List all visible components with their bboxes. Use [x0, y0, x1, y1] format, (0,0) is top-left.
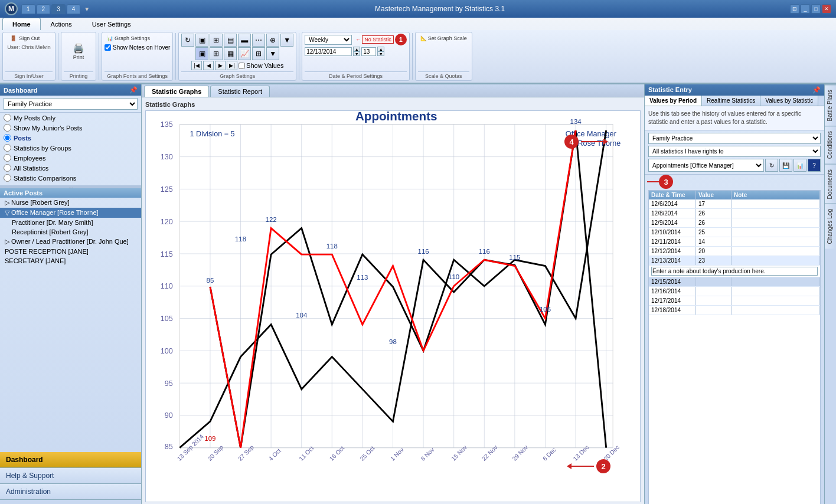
sidebar: Dashboard 📌 Family Practice My Posts Onl… — [0, 84, 142, 504]
ribbon-tabs: Home Actions User Settings — [0, 18, 836, 30]
table-row[interactable]: 12/9/2014 26 — [649, 218, 820, 228]
help-support-btn[interactable]: Help & Support — [0, 468, 141, 484]
table-row[interactable]: 12/13/2014 23 — [649, 256, 820, 266]
gs-refresh-btn[interactable]: ↻ — [181, 34, 194, 47]
set-graph-scale-btn[interactable]: 📐 Set Graph Scale — [418, 34, 469, 43]
date-down-btn[interactable]: ▼ — [353, 51, 360, 56]
table-row[interactable]: 12/12/2014 20 — [649, 247, 820, 256]
refresh-btn[interactable]: ↻ — [765, 159, 778, 172]
num-up-btn[interactable]: ▲ — [377, 47, 384, 51]
practice-select[interactable]: Family Practice — [4, 98, 138, 110]
chart-btn[interactable]: 📊 — [793, 159, 806, 172]
nav-first-btn[interactable]: |◀ — [191, 61, 202, 70]
print-btn[interactable]: 🖨️ Print — [68, 42, 89, 62]
conditions-tab[interactable]: Conditions — [825, 126, 836, 163]
gs-chart-btn[interactable]: 📈 — [238, 47, 251, 60]
radio-stat-comparisons[interactable]: Statistic Comparisons — [0, 173, 141, 183]
tab-user-settings[interactable]: User Settings — [82, 18, 141, 30]
tree-item-nurse[interactable]: ▷ Nurse [Robert Grey] — [0, 198, 141, 208]
tab-2[interactable]: 2 — [37, 4, 51, 14]
table-row[interactable]: 12/18/2014 — [649, 306, 820, 315]
gs-dropdown-btn[interactable]: ▼ — [280, 34, 293, 47]
tab-values-period[interactable]: Values by Period — [645, 96, 702, 106]
right-rights-select[interactable]: All statistics I have rights to — [648, 146, 821, 157]
radio-stats-groups[interactable]: Statistics by Groups — [0, 143, 141, 153]
table-row[interactable]: 12/11/2014 14 — [649, 237, 820, 247]
tree-item-office-manager[interactable]: ▽ Office Manager [Rose Thorne] — [0, 208, 141, 218]
radio-posts[interactable]: Posts — [0, 133, 141, 143]
tab-actions[interactable]: Actions — [41, 18, 82, 30]
gs-multi-btn[interactable]: ⊞ — [252, 47, 265, 60]
tree-item-owner[interactable]: ▷ Owner / Lead Practitioner [Dr. John Qu… — [0, 237, 141, 247]
tree-item-poste[interactable]: POSTE RECEPTION [JANE] — [0, 247, 141, 256]
cell-date: 12/17/2014 — [649, 296, 696, 305]
graph-settings-btn[interactable]: 📊 Graph Settings — [105, 34, 152, 43]
nav-prev-btn[interactable]: ◀ — [203, 61, 214, 70]
right-practice-select[interactable]: Family Practice — [648, 133, 821, 144]
documents-tab[interactable]: Documents — [825, 164, 836, 204]
num-down-btn[interactable]: ▼ — [377, 51, 384, 56]
administration-btn[interactable]: Administration — [0, 484, 141, 500]
period-select[interactable]: Weekly — [305, 35, 352, 45]
restore-btn[interactable]: ⊟ — [790, 4, 799, 14]
gs-more-btn[interactable]: ⊕ — [266, 34, 279, 47]
nav-last-btn[interactable]: ▶| — [227, 61, 237, 70]
changes-log-tab[interactable]: Changes Log — [825, 204, 836, 249]
tab-values-statistic[interactable]: Values by Statistic — [760, 96, 818, 106]
cell-note — [732, 306, 820, 315]
tab-3[interactable]: 3 — [51, 4, 66, 14]
gs-grid-btn[interactable]: ⊞ — [210, 47, 223, 60]
close-btn[interactable]: ✕ — [822, 4, 831, 14]
num-input[interactable] — [361, 47, 376, 56]
radio-show-juniors[interactable]: Show My Junior's Posts — [0, 123, 141, 133]
tab-statistic-report[interactable]: Statistic Report — [210, 86, 270, 97]
sep1 — [58, 33, 58, 80]
tab-home[interactable]: Home — [2, 18, 41, 30]
radio-juniors-label: Show My Junior's Posts — [14, 125, 82, 132]
minimize-btn[interactable]: _ — [801, 4, 810, 14]
tree-item-secretary[interactable]: SECRETARY [JANE] — [0, 256, 141, 266]
dashboard-btn[interactable]: Dashboard — [0, 452, 141, 468]
show-notes-checkbox[interactable] — [105, 44, 111, 51]
cell-note — [732, 296, 820, 305]
radio-employees[interactable]: Employees — [0, 153, 141, 163]
tree-item-receptionist[interactable]: Receptionist [Robert Grey] — [0, 227, 141, 237]
table-row[interactable]: 12/8/2014 26 — [649, 209, 820, 218]
tab-realtime[interactable]: Realtime Statistics — [702, 96, 760, 106]
save-btn[interactable]: 💾 — [779, 159, 792, 172]
tab-1[interactable]: 1 — [21, 4, 35, 14]
maximize-btn[interactable]: □ — [811, 4, 821, 14]
date-up-btn[interactable]: ▲ — [353, 47, 360, 51]
radio-all-stats[interactable]: All Statistics — [0, 163, 141, 173]
table-row[interactable]: 12/17/2014 — [649, 296, 820, 306]
radio-my-posts[interactable]: My Posts Only — [0, 113, 141, 123]
gs-line-btn[interactable]: ▬ — [238, 34, 251, 47]
gs-dots-btn[interactable]: ⋯ — [252, 34, 265, 47]
gs-sel1-btn[interactable]: ▣ — [195, 47, 208, 60]
tab-statistic-graphs[interactable]: Statistic Graphs — [144, 86, 209, 97]
chart-svg: 135 130 125 120 115 110 105 100 95 90 85… — [146, 111, 640, 502]
nav-next-btn[interactable]: ▶ — [215, 61, 226, 70]
sidebar-expand-icon[interactable]: » — [135, 502, 139, 504]
gs-box1-btn[interactable]: ▣ — [195, 34, 208, 47]
date-input[interactable] — [305, 47, 352, 56]
gs-dropdown2-btn[interactable]: ▼ — [266, 47, 279, 60]
sign-out-btn[interactable]: 🚪 Sign Out — [7, 34, 43, 43]
help-btn[interactable]: ? — [808, 159, 821, 172]
cell-value — [696, 287, 732, 296]
tab-4[interactable]: 4 — [67, 4, 81, 14]
note-input[interactable] — [651, 267, 818, 276]
table-row[interactable]: 12/15/2014 — [649, 277, 820, 287]
right-statistic-select[interactable]: Appointments [Office Manager] — [648, 159, 764, 172]
table-row[interactable]: 12/10/2014 25 — [649, 228, 820, 237]
table-row[interactable]: 12/6/2014 17 — [649, 199, 820, 209]
gs-box3-btn[interactable]: ▤ — [224, 34, 237, 47]
table-row[interactable]: 12/16/2014 — [649, 287, 820, 296]
gs-box2-btn[interactable]: ⊞ — [210, 34, 223, 47]
battle-plans-tab[interactable]: Battle Plans — [825, 84, 836, 126]
data-grid-note[interactable] — [649, 266, 820, 277]
cell-date: 12/6/2014 — [649, 199, 696, 208]
gs-bar-btn[interactable]: ▦ — [224, 47, 237, 60]
tree-item-practitioner[interactable]: Practitioner [Dr. Mary Smith] — [0, 218, 141, 227]
show-values-cb[interactable] — [239, 63, 245, 69]
